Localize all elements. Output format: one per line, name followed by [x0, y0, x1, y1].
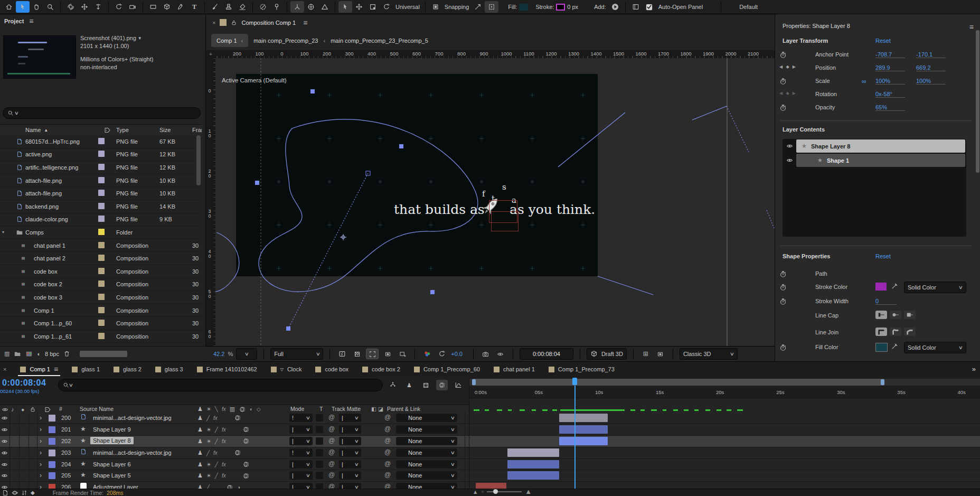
path-stopwatch[interactable] [779, 270, 810, 278]
add-play-icon[interactable] [608, 1, 622, 13]
layer-row-203[interactable]: ›203minimal...act-design-vector.jpg♟╱fx!… [0, 447, 469, 459]
matte-pickwhip-icon[interactable]: @ [328, 425, 335, 433]
shape-path-wireframe[interactable] [598, 276, 653, 295]
work-area-start-handle[interactable] [472, 379, 476, 385]
layer-name[interactable]: Shape Layer 8 [90, 437, 134, 444]
fx-switch[interactable]: fx [222, 462, 226, 467]
layer-name[interactable]: minimal...act-design-vector.jpg [93, 415, 172, 421]
t-checkbox[interactable] [316, 472, 323, 479]
label-swatch[interactable] [98, 280, 116, 288]
quality-switch[interactable]: ╱ [215, 427, 218, 433]
ruler-corner[interactable]: + [206, 50, 216, 59]
number-column[interactable]: # [59, 406, 62, 412]
mask-visibility-icon[interactable] [382, 349, 393, 359]
rectangle-tool[interactable] [146, 1, 160, 13]
collapse-switch[interactable]: ☀ [206, 438, 211, 444]
layer-name[interactable]: minimal...act-design-vector.jpg [93, 450, 172, 456]
stroke-value[interactable]: 0 px [567, 4, 578, 10]
project-item-row[interactable]: code box 2Composition30 [0, 278, 202, 292]
shape-path-wireframe[interactable] [767, 210, 774, 228]
time-ruler[interactable]: 0:00s05s10s15s20s25s30s35s40s [469, 377, 980, 398]
new-composition-icon[interactable] [25, 350, 33, 358]
fill-color-stopwatch[interactable] [779, 344, 810, 351]
quality-switch[interactable]: ╱ [215, 462, 218, 467]
matte-icon-1[interactable]: ◧ [371, 406, 376, 412]
parent-dropdown[interactable]: None∨ [396, 448, 457, 457]
trash-icon[interactable] [63, 350, 70, 357]
layer-row-205[interactable]: ›205★Shape Layer 5♟☀╱fx|∨@|∨@None∨ [0, 470, 469, 482]
motion-blur-switch[interactable] [234, 414, 241, 422]
quality-switch[interactable]: ╱ [215, 473, 218, 479]
guides-icon[interactable] [655, 349, 666, 359]
label-swatch[interactable] [98, 307, 116, 314]
opacity-lead[interactable] [779, 104, 810, 111]
breadcrumb-comp1[interactable]: Comp 1‹ [211, 34, 248, 47]
label-swatch[interactable] [98, 229, 116, 236]
new-folder-icon[interactable] [14, 350, 21, 358]
matte-column[interactable]: Track Matte [332, 406, 361, 412]
project-item-row[interactable]: chat panel 2Composition30 [0, 252, 202, 265]
timeline-tab-code-box[interactable]: code box [315, 362, 348, 377]
parent-pickwhip-icon[interactable]: @ [384, 414, 391, 421]
line-join-button-0[interactable] [875, 327, 887, 336]
label-swatch[interactable] [98, 242, 116, 249]
shape-path-wireframe[interactable] [288, 173, 368, 329]
label-swatch[interactable] [98, 138, 116, 145]
layer-row-204[interactable]: ›204★Shape Layer 6♟☀╱fx|∨@|∨@None∨ [0, 459, 469, 471]
fill-swatch[interactable] [519, 4, 528, 11]
mode-column[interactable]: Mode [290, 406, 304, 412]
layer-eye-icon[interactable] [1, 450, 8, 456]
matte-pickwhip-icon[interactable]: @ [328, 414, 335, 421]
link-icon[interactable]: ∞ [862, 78, 866, 85]
timeline-tab-comp-1_precomp_73[interactable]: Comp 1_Precomp_73 [549, 362, 615, 377]
pen-tool[interactable] [174, 1, 187, 13]
viewer-tab-title[interactable]: Composition Comp 1 [241, 20, 296, 26]
source-name-column[interactable]: Source Name [80, 406, 114, 412]
pan-camera-tool[interactable] [78, 1, 91, 13]
layer-expand-arrow[interactable]: › [40, 414, 42, 422]
parent-pickwhip-icon[interactable]: @ [384, 471, 391, 479]
key-icon[interactable]: ◆ [31, 490, 35, 495]
motion-blur-switch[interactable] [234, 449, 241, 456]
show-snapshot-icon[interactable] [495, 349, 506, 359]
tab-menu-icon[interactable]: ≡ [54, 365, 58, 373]
project-item-row[interactable]: active.pngPNG file12 KB [0, 148, 202, 162]
stroke-width-value[interactable]: 0 [875, 298, 897, 305]
timeline-tab-glass-1[interactable]: glass 1 [72, 362, 100, 377]
contents-item-bar[interactable]: ★Shape 1 [796, 154, 965, 167]
layer-name[interactable]: Shape Layer 5 [93, 472, 131, 479]
viewport[interactable]: that builds as as you think. ftsa Active… [215, 58, 775, 346]
vertical-ruler[interactable]: 0102030405060 [206, 58, 216, 346]
label-swatch[interactable] [98, 255, 116, 262]
layer-duration-row[interactable] [469, 424, 980, 436]
col-type[interactable]: Type [116, 127, 159, 133]
footage-preview-thumbnail[interactable] [3, 35, 76, 79]
parent-pickwhip-icon[interactable]: @ [384, 448, 391, 456]
camera-box-tool[interactable] [126, 1, 139, 13]
project-item-row[interactable]: Comp 1...p_61Composition30 [0, 330, 202, 343]
selection-tool[interactable] [16, 1, 30, 13]
parent-dropdown[interactable]: None∨ [396, 425, 457, 434]
properties-scrollbar[interactable] [976, 30, 979, 173]
layer-expand-arrow[interactable]: › [40, 449, 42, 456]
project-item-row[interactable]: attach-file.pngPNG file10 KB [0, 174, 202, 188]
layer-contents-item[interactable]: ★Shape Layer 8 [783, 139, 966, 153]
parent-dropdown[interactable]: None∨ [396, 460, 457, 469]
project-settings-icon[interactable]: ◐ [37, 351, 41, 357]
layer-duration-bar[interactable] [559, 437, 608, 445]
layer-duration-row[interactable] [469, 436, 980, 447]
line-cap-button-0[interactable] [875, 311, 887, 319]
render-queue-icon[interactable] [2, 490, 8, 496]
project-item-row[interactable]: artific..telligence.pngPNG file12 KB [0, 161, 202, 174]
timeline-timecode[interactable]: 0:00:08:04 [2, 378, 46, 388]
t-column[interactable]: T [319, 406, 323, 412]
line-cap-button-2[interactable] [904, 311, 916, 319]
anchor-point-crosshair[interactable] [340, 234, 346, 240]
color-depth[interactable]: 8 bpc [45, 351, 59, 357]
line-join-button-1[interactable] [890, 327, 901, 336]
playhead-handle[interactable] [572, 378, 577, 385]
shape-path-wireframe[interactable] [558, 113, 625, 167]
layer-expand-arrow[interactable]: › [40, 437, 42, 445]
home-tool[interactable] [2, 1, 16, 13]
breadcrumb-precomp5[interactable]: main comp_Precomp_23_Precomp_5 [331, 38, 428, 44]
